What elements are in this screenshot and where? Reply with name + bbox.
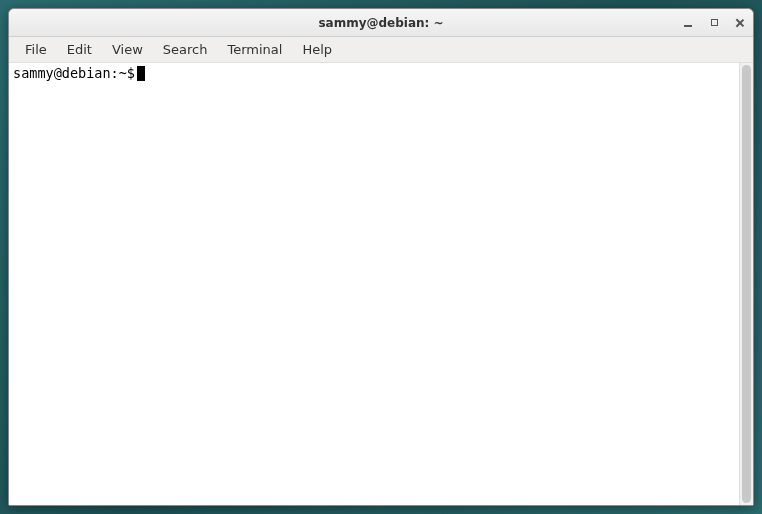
- maximize-icon: [711, 19, 718, 26]
- vertical-scrollbar[interactable]: [739, 63, 753, 505]
- window-controls: [681, 9, 747, 36]
- terminal-area[interactable]: sammy@debian:~$: [9, 63, 753, 505]
- window-title: sammy@debian: ~: [318, 16, 443, 30]
- menu-edit[interactable]: Edit: [57, 39, 102, 60]
- maximize-button[interactable]: [707, 16, 721, 30]
- terminal-content[interactable]: sammy@debian:~$: [9, 63, 739, 505]
- menu-search[interactable]: Search: [153, 39, 218, 60]
- minimize-icon: [684, 25, 692, 27]
- menu-file[interactable]: File: [15, 39, 57, 60]
- close-icon: [735, 18, 745, 28]
- menubar: File Edit View Search Terminal Help: [9, 37, 753, 63]
- scrollbar-thumb[interactable]: [742, 65, 751, 503]
- prompt-line: sammy@debian:~$: [13, 65, 735, 83]
- minimize-button[interactable]: [681, 16, 695, 30]
- terminal-window: sammy@debian: ~ File Edit View Search Te…: [8, 8, 754, 506]
- titlebar[interactable]: sammy@debian: ~: [9, 9, 753, 37]
- menu-view[interactable]: View: [102, 39, 153, 60]
- close-button[interactable]: [733, 16, 747, 30]
- menu-terminal[interactable]: Terminal: [217, 39, 292, 60]
- cursor-icon: [137, 66, 145, 81]
- shell-prompt: sammy@debian:~$: [13, 65, 135, 83]
- menu-help[interactable]: Help: [292, 39, 342, 60]
